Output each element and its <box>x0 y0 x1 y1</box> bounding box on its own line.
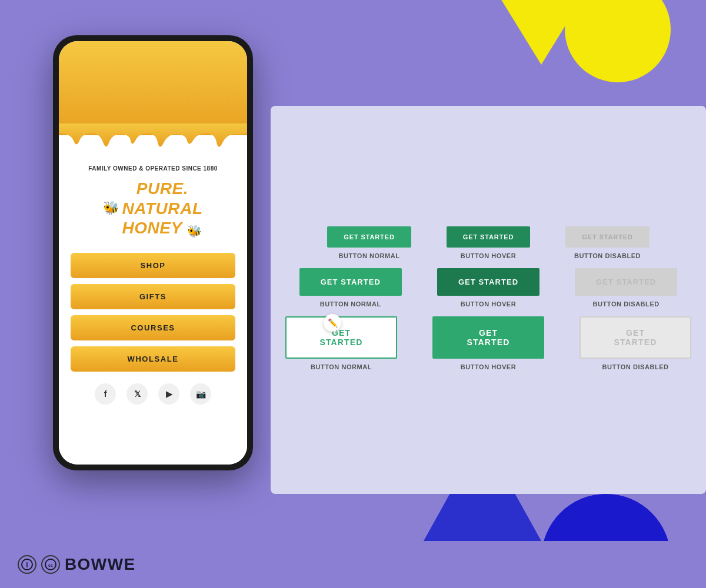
info-icon: i <box>18 555 36 574</box>
btn-label-sm-normal: BUTTON NORMAL <box>338 252 399 259</box>
courses-button[interactable]: COURSES <box>71 315 235 340</box>
get-started-sm-disabled: GET STARTED <box>565 226 649 248</box>
button-row-small: GET STARTED BUTTON NORMAL GET STARTED BU… <box>327 226 649 259</box>
btn-label-lg-normal: BUTTON NORMAL <box>311 363 372 370</box>
get-started-md-hover[interactable]: GET STARTED <box>437 268 540 296</box>
get-started-lg-normal[interactable]: GET STARTED <box>285 316 397 359</box>
twitter-icon[interactable]: 𝕏 <box>126 383 148 405</box>
logo-area: i cc BOWWE <box>18 555 136 574</box>
btn-label-md-normal: BUTTON NORMAL <box>320 300 381 308</box>
youtube-icon[interactable]: ▶ <box>158 383 179 405</box>
lg-normal-wrapper: GET STARTED ✏️ <box>285 316 397 359</box>
btn-group-lg-normal: GET STARTED ✏️ BUTTON NORMAL <box>285 316 397 370</box>
btn-label-lg-hover: BUTTON HOVER <box>461 363 516 370</box>
btn-label-sm-hover: BUTTON HOVER <box>461 252 516 259</box>
btn-group-sm-normal: GET STARTED BUTTON NORMAL <box>327 226 411 259</box>
btn-group-md-hover: GET STARTED BUTTON HOVER <box>437 268 540 308</box>
yellow-circle-top <box>565 0 671 82</box>
btn-group-sm-hover: GET STARTED BUTTON HOVER <box>447 226 530 259</box>
phone-screen: FAMILY OWNED & OPERATED SINCE 1880 🐝 PUR… <box>59 41 247 465</box>
phone-mockup: FAMILY OWNED & OPERATED SINCE 1880 🐝 PUR… <box>53 35 253 470</box>
honey-header <box>59 41 247 135</box>
phone-content: FAMILY OWNED & OPERATED SINCE 1880 🐝 PUR… <box>59 135 247 465</box>
brand-name: BOWWE <box>65 555 136 574</box>
cc-icon: cc <box>41 555 60 574</box>
bee-right-icon: 🐝 <box>187 224 202 238</box>
honey-drip <box>59 123 247 153</box>
bee-row: 🐝 PURE. NATURAL HONEY 🐝 <box>103 179 202 238</box>
get-started-md-normal[interactable]: GET STARTED <box>299 268 402 296</box>
facebook-icon[interactable]: f <box>95 383 116 405</box>
family-text: FAMILY OWNED & OPERATED SINCE 1880 <box>88 165 218 173</box>
btn-label-md-hover: BUTTON HOVER <box>461 300 516 308</box>
edit-cursor-icon: ✏️ <box>324 314 341 332</box>
phone-nav-buttons: SHOP GIFTS COURSES WHOLSALE <box>71 253 235 372</box>
btn-label-md-disabled: BUTTON DISABLED <box>593 300 660 308</box>
btn-group-lg-hover: GET STARTED BUTTON HOVER <box>432 316 544 370</box>
btn-group-lg-disabled: GET STARTED BUTTON DISABLED <box>580 316 691 370</box>
gifts-button[interactable]: GIFTS <box>71 284 235 309</box>
get-started-sm-hover[interactable]: GET STARTED <box>447 226 530 248</box>
svg-text:i: i <box>26 561 28 569</box>
btn-group-sm-disabled: GET STARTED BUTTON DISABLED <box>565 226 649 259</box>
btn-label-lg-disabled: BUTTON DISABLED <box>602 363 668 370</box>
get-started-md-disabled: GET STARTED <box>575 268 677 296</box>
svg-text:cc: cc <box>48 563 53 567</box>
social-icons: f 𝕏 ▶ 📷 <box>95 383 211 405</box>
bee-left-icon: 🐝 <box>103 201 119 216</box>
button-row-large: GET STARTED ✏️ BUTTON NORMAL GET STARTED… <box>285 316 691 370</box>
get-started-sm-normal[interactable]: GET STARTED <box>327 226 411 248</box>
btn-label-sm-disabled: BUTTON DISABLED <box>574 252 641 259</box>
honey-title: PURE. NATURAL HONEY 🐝 <box>122 179 202 238</box>
get-started-lg-hover[interactable]: GET STARTED <box>432 316 544 359</box>
wholesale-button[interactable]: WHOLSALE <box>71 346 235 372</box>
button-demo-panel: GET STARTED BUTTON NORMAL GET STARTED BU… <box>271 106 706 494</box>
bottom-bar: i cc BOWWE <box>0 541 706 588</box>
btn-group-md-disabled: GET STARTED BUTTON DISABLED <box>575 268 677 308</box>
shop-button[interactable]: SHOP <box>71 253 235 278</box>
get-started-lg-disabled: GET STARTED <box>580 316 691 359</box>
instagram-icon[interactable]: 📷 <box>190 383 211 405</box>
btn-group-md-normal: GET STARTED BUTTON NORMAL <box>299 268 402 308</box>
button-row-medium: GET STARTED BUTTON NORMAL GET STARTED BU… <box>299 268 678 308</box>
